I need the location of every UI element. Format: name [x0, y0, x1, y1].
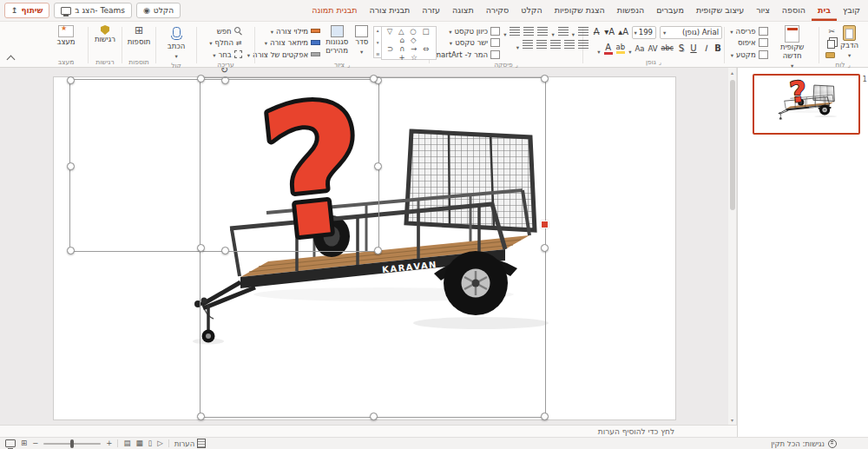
zoom-slider[interactable] [43, 443, 101, 445]
statusbar-separator [168, 439, 169, 447]
layout-button[interactable]: פריסה [730, 25, 767, 36]
bullets-icon[interactable] [578, 27, 589, 36]
notes-toggle-button[interactable]: הערות [174, 439, 207, 448]
tab-review[interactable]: סקירה [480, 0, 516, 21]
notes-placeholder[interactable]: לחץ כדי להוסיף הערות [598, 427, 674, 436]
increase-indent-icon[interactable] [523, 27, 534, 36]
tab-picture-format[interactable]: תבנית תמונה [306, 0, 363, 21]
format-painter-icon[interactable] [825, 52, 835, 58]
replace-button[interactable]: ⇄החלף [209, 37, 241, 49]
tab-home[interactable]: בית [812, 0, 837, 21]
tab-design[interactable]: עיצוב שקופית [690, 0, 750, 21]
font-family-select[interactable]: Arial (גופן) [660, 26, 722, 39]
text-shadow-button[interactable]: S [677, 44, 686, 53]
normal-view-button[interactable]: ▤ [123, 439, 130, 447]
strikethrough-button[interactable]: abc [661, 45, 674, 52]
dropdown-icon [663, 28, 666, 36]
reset-icon [759, 38, 768, 47]
dictate-button[interactable]: הכתב [166, 24, 187, 62]
tab-animations[interactable]: הנפשות [611, 0, 651, 21]
tab-help[interactable]: עזרה [416, 0, 446, 21]
italic-button[interactable]: I [701, 44, 710, 53]
scroll-up-icon[interactable]: ▴ [729, 69, 735, 76]
record-button[interactable]: ◉ הקלט [136, 3, 181, 18]
quick-styles-button[interactable]: סגנונות מהירים [324, 24, 350, 56]
tab-record[interactable]: הקלט [515, 0, 549, 21]
bold-button[interactable]: B [713, 44, 722, 53]
present-in-teams-button[interactable]: הצג ב- Teams [54, 3, 132, 18]
slide-canvas[interactable]: ↻ [0, 68, 737, 425]
shrink-font-button[interactable]: A▾ [604, 28, 615, 36]
numbering-icon[interactable] [558, 27, 569, 36]
align-right-icon[interactable] [578, 40, 589, 49]
tab-slideshow[interactable]: הצגת שקופיות [549, 0, 611, 21]
accessibility-status[interactable]: נגישות: הכל תקין [771, 439, 825, 448]
collapse-ribbon-icon[interactable] [7, 56, 16, 64]
scroll-down-icon[interactable]: ▾ [377, 40, 379, 45]
section-button[interactable]: מקטע [730, 49, 767, 60]
dropdown-icon [265, 38, 267, 47]
character-spacing-button[interactable]: AV [648, 45, 658, 53]
select-button[interactable]: בחר [209, 49, 241, 60]
ribbon-group-font: Arial (גופן) 199 A▴ A▾ A B I U S abc AV … [585, 23, 722, 67]
justify-icon[interactable] [536, 40, 547, 49]
zoom-out-button[interactable]: − [32, 439, 38, 447]
slide-sorter-view-button[interactable]: ▦ [135, 439, 142, 447]
slideshow-view-button[interactable]: ▷ [157, 439, 163, 447]
font-size-select[interactable]: 199 [632, 26, 656, 39]
shape-effects-button[interactable]: אפקטים של צורה [247, 49, 320, 60]
share-button[interactable]: ↥ שיתוף [4, 3, 49, 18]
sensitivity-button[interactable]: רגישות [93, 24, 117, 45]
fit-to-window-icon[interactable]: ⊞ [21, 439, 27, 447]
underline-button[interactable]: U [689, 44, 698, 53]
align-center-icon[interactable] [564, 40, 575, 49]
tab-view[interactable]: תצוגה [446, 0, 480, 21]
align-left-icon[interactable] [550, 40, 561, 49]
tab-transitions[interactable]: מעברים [650, 0, 690, 21]
arrange-button[interactable]: סדר [353, 24, 370, 57]
columns-icon[interactable] [523, 40, 533, 49]
font-color-button[interactable]: A [604, 43, 613, 55]
reading-view-button[interactable]: ▯ [148, 439, 152, 447]
copy-icon[interactable] [827, 40, 835, 49]
scrollbar-thumb[interactable] [730, 80, 735, 210]
tab-file[interactable]: קובץ [837, 0, 866, 21]
shapes-gallery[interactable]: □ ○ △ ▽ ◇ ⌂ ⇔ → ∩ ⊂ ☆ + [381, 26, 437, 60]
grow-font-button[interactable]: A▴ [618, 28, 628, 36]
tab-draw[interactable]: ציור [750, 0, 776, 21]
dialog-launcher-icon[interactable] [659, 58, 661, 66]
addins-button[interactable]: ⊞ תוספות [126, 24, 153, 48]
tab-insert[interactable]: הוספה [776, 0, 812, 21]
tab-shape-format[interactable]: תבנית צורה [364, 0, 417, 21]
shape-fill-button[interactable]: מילוי צורה [247, 25, 320, 36]
highlight-color-button[interactable]: ab [616, 43, 626, 54]
shapes-gallery-scrollbar[interactable]: ▴ ▾ ≡ [373, 26, 381, 58]
slide-1[interactable]: ↻ [54, 77, 675, 419]
shapes-row: □ ○ △ ▽ ◇ ⌂ [382, 27, 436, 44]
display-settings-icon[interactable] [5, 439, 16, 447]
zoom-slider-thumb[interactable] [70, 439, 74, 448]
rotate-handle-icon[interactable]: ↻ [220, 68, 230, 75]
ribbon-group-clipboard: הדבק ✂ לוח [821, 23, 865, 67]
clear-formatting-button[interactable]: A [592, 28, 601, 36]
notes-pane[interactable]: לחץ כדי להוסיף הערות [0, 425, 737, 438]
paste-button[interactable]: הדבק [838, 24, 860, 61]
gallery-more-icon[interactable]: ≡ [376, 51, 380, 56]
zoom-in-button[interactable]: + [106, 439, 112, 447]
new-slide-button[interactable]: שקופית חדשה [772, 24, 813, 70]
change-case-button[interactable]: Aa [635, 45, 644, 53]
slide-thumbnail-1[interactable] [753, 74, 860, 135]
shape-outline-button[interactable]: מיתאר צורה [247, 37, 320, 49]
line-spacing-icon[interactable] [510, 27, 520, 36]
dropdown-icon [635, 28, 637, 36]
designer-button[interactable]: ★ מעצב [55, 24, 76, 48]
cut-icon[interactable]: ✂ [825, 27, 835, 36]
dropdown-icon [503, 23, 506, 40]
reset-button[interactable]: איפוס [730, 37, 767, 49]
find-button[interactable]: חפש [209, 25, 241, 36]
share-icon: ↥ [11, 6, 18, 15]
vertical-scrollbar[interactable]: ▴ ▾ [728, 68, 737, 425]
decrease-indent-icon[interactable] [537, 27, 548, 36]
scroll-down-icon[interactable]: ▾ [729, 417, 735, 423]
scroll-up-icon[interactable]: ▴ [377, 28, 379, 33]
